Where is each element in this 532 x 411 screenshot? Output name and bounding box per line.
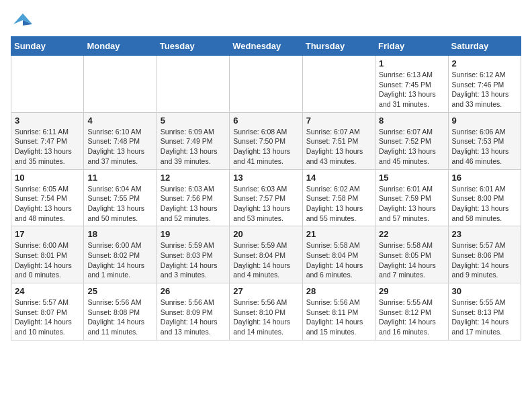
- day-info: Sunrise: 5:58 AM Sunset: 8:04 PM Dayligh…: [306, 240, 371, 280]
- calendar-cell: 5Sunrise: 6:09 AM Sunset: 7:49 PM Daylig…: [157, 112, 229, 169]
- calendar-cell: 4Sunrise: 6:10 AM Sunset: 7:48 PM Daylig…: [84, 112, 157, 169]
- calendar-cell: 10Sunrise: 6:05 AM Sunset: 7:54 PM Dayli…: [11, 169, 84, 226]
- calendar-cell: [157, 56, 229, 113]
- day-number: 16: [452, 173, 517, 183]
- day-number: 20: [233, 229, 298, 239]
- calendar-cell: 21Sunrise: 5:58 AM Sunset: 8:04 PM Dayli…: [302, 226, 375, 283]
- day-number: 21: [306, 229, 371, 239]
- calendar-cell: 22Sunrise: 5:58 AM Sunset: 8:05 PM Dayli…: [375, 226, 448, 283]
- calendar-cell: 13Sunrise: 6:03 AM Sunset: 7:57 PM Dayli…: [230, 169, 302, 226]
- day-info: Sunrise: 6:02 AM Sunset: 7:58 PM Dayligh…: [306, 184, 371, 224]
- day-info: Sunrise: 6:11 AM Sunset: 7:47 PM Dayligh…: [15, 127, 80, 167]
- day-info: Sunrise: 6:03 AM Sunset: 7:57 PM Dayligh…: [233, 184, 298, 224]
- calendar-cell: 19Sunrise: 5:59 AM Sunset: 8:03 PM Dayli…: [157, 226, 229, 283]
- day-number: 12: [161, 173, 226, 183]
- day-info: Sunrise: 6:00 AM Sunset: 8:01 PM Dayligh…: [15, 240, 80, 280]
- day-info: Sunrise: 5:55 AM Sunset: 8:12 PM Dayligh…: [379, 298, 444, 337]
- day-number: 18: [87, 229, 152, 239]
- day-number: 2: [452, 58, 517, 68]
- day-number: 7: [306, 116, 371, 126]
- day-number: 11: [87, 173, 152, 183]
- calendar-cell: 12Sunrise: 6:03 AM Sunset: 7:56 PM Dayli…: [157, 169, 229, 226]
- column-header-tuesday: Tuesday: [157, 37, 229, 56]
- calendar-cell: 6Sunrise: 6:08 AM Sunset: 7:50 PM Daylig…: [230, 112, 302, 169]
- logo: [11, 11, 32, 30]
- day-info: Sunrise: 5:56 AM Sunset: 8:11 PM Dayligh…: [306, 298, 371, 337]
- column-header-wednesday: Wednesday: [230, 37, 302, 56]
- day-number: 25: [87, 286, 152, 296]
- day-number: 1: [379, 58, 444, 68]
- calendar-week-row: 24Sunrise: 5:57 AM Sunset: 8:07 PM Dayli…: [11, 283, 521, 340]
- day-number: 28: [306, 286, 371, 296]
- calendar-cell: [84, 56, 157, 113]
- day-info: Sunrise: 6:08 AM Sunset: 7:50 PM Dayligh…: [233, 127, 298, 167]
- day-info: Sunrise: 5:55 AM Sunset: 8:13 PM Dayligh…: [452, 298, 517, 337]
- day-info: Sunrise: 6:10 AM Sunset: 7:48 PM Dayligh…: [87, 127, 152, 167]
- day-number: 10: [15, 173, 80, 183]
- day-number: 5: [161, 116, 226, 126]
- day-number: 26: [161, 286, 226, 296]
- day-number: 27: [233, 286, 298, 296]
- day-info: Sunrise: 6:13 AM Sunset: 7:45 PM Dayligh…: [379, 70, 444, 109]
- day-info: Sunrise: 6:03 AM Sunset: 7:56 PM Dayligh…: [161, 184, 226, 224]
- day-number: 15: [379, 173, 444, 183]
- column-header-thursday: Thursday: [302, 37, 375, 56]
- calendar-table: SundayMondayTuesdayWednesdayThursdayFrid…: [11, 36, 521, 340]
- calendar-cell: 14Sunrise: 6:02 AM Sunset: 7:58 PM Dayli…: [302, 169, 375, 226]
- calendar-cell: 27Sunrise: 5:56 AM Sunset: 8:10 PM Dayli…: [230, 283, 302, 340]
- page-header: [11, 11, 521, 30]
- calendar-cell: 26Sunrise: 5:56 AM Sunset: 8:09 PM Dayli…: [157, 283, 229, 340]
- day-info: Sunrise: 6:04 AM Sunset: 7:55 PM Dayligh…: [87, 184, 152, 224]
- day-number: 13: [233, 173, 298, 183]
- calendar-cell: 3Sunrise: 6:11 AM Sunset: 7:47 PM Daylig…: [11, 112, 84, 169]
- day-number: 9: [452, 116, 517, 126]
- day-info: Sunrise: 5:59 AM Sunset: 8:03 PM Dayligh…: [161, 240, 226, 280]
- calendar-cell: 25Sunrise: 5:56 AM Sunset: 8:08 PM Dayli…: [84, 283, 157, 340]
- day-number: 17: [15, 229, 80, 239]
- day-number: 19: [161, 229, 226, 239]
- calendar-cell: 7Sunrise: 6:07 AM Sunset: 7:51 PM Daylig…: [302, 112, 375, 169]
- calendar-cell: 15Sunrise: 6:01 AM Sunset: 7:59 PM Dayli…: [375, 169, 448, 226]
- day-info: Sunrise: 6:01 AM Sunset: 7:59 PM Dayligh…: [379, 184, 444, 224]
- day-info: Sunrise: 6:05 AM Sunset: 7:54 PM Dayligh…: [15, 184, 80, 224]
- calendar-cell: 9Sunrise: 6:06 AM Sunset: 7:53 PM Daylig…: [448, 112, 521, 169]
- day-number: 24: [15, 286, 80, 296]
- calendar-cell: 2Sunrise: 6:12 AM Sunset: 7:46 PM Daylig…: [448, 56, 521, 113]
- day-info: Sunrise: 5:56 AM Sunset: 8:09 PM Dayligh…: [161, 298, 226, 337]
- day-info: Sunrise: 6:01 AM Sunset: 8:00 PM Dayligh…: [452, 184, 517, 224]
- column-header-sunday: Sunday: [11, 37, 84, 56]
- day-number: 30: [452, 286, 517, 296]
- column-header-saturday: Saturday: [448, 37, 521, 56]
- column-header-monday: Monday: [84, 37, 157, 56]
- day-info: Sunrise: 5:57 AM Sunset: 8:06 PM Dayligh…: [452, 240, 517, 280]
- day-number: 3: [15, 116, 80, 126]
- day-info: Sunrise: 6:09 AM Sunset: 7:49 PM Dayligh…: [161, 127, 226, 167]
- calendar-cell: 30Sunrise: 5:55 AM Sunset: 8:13 PM Dayli…: [448, 283, 521, 340]
- calendar-week-row: 1Sunrise: 6:13 AM Sunset: 7:45 PM Daylig…: [11, 56, 521, 113]
- column-header-friday: Friday: [375, 37, 448, 56]
- day-info: Sunrise: 5:59 AM Sunset: 8:04 PM Dayligh…: [233, 240, 298, 280]
- calendar-week-row: 17Sunrise: 6:00 AM Sunset: 8:01 PM Dayli…: [11, 226, 521, 283]
- calendar-cell: 28Sunrise: 5:56 AM Sunset: 8:11 PM Dayli…: [302, 283, 375, 340]
- day-number: 23: [452, 229, 517, 239]
- calendar-cell: 23Sunrise: 5:57 AM Sunset: 8:06 PM Dayli…: [448, 226, 521, 283]
- calendar-cell: 24Sunrise: 5:57 AM Sunset: 8:07 PM Dayli…: [11, 283, 84, 340]
- calendar-cell: 17Sunrise: 6:00 AM Sunset: 8:01 PM Dayli…: [11, 226, 84, 283]
- calendar-cell: [230, 56, 302, 113]
- day-number: 4: [87, 116, 152, 126]
- day-number: 6: [233, 116, 298, 126]
- day-number: 22: [379, 229, 444, 239]
- day-number: 29: [379, 286, 444, 296]
- calendar-week-row: 10Sunrise: 6:05 AM Sunset: 7:54 PM Dayli…: [11, 169, 521, 226]
- calendar-header-row: SundayMondayTuesdayWednesdayThursdayFrid…: [11, 37, 521, 56]
- day-info: Sunrise: 6:00 AM Sunset: 8:02 PM Dayligh…: [87, 240, 152, 280]
- day-info: Sunrise: 6:07 AM Sunset: 7:52 PM Dayligh…: [379, 127, 444, 167]
- calendar-cell: [302, 56, 375, 113]
- calendar-cell: 20Sunrise: 5:59 AM Sunset: 8:04 PM Dayli…: [230, 226, 302, 283]
- day-info: Sunrise: 6:06 AM Sunset: 7:53 PM Dayligh…: [452, 127, 517, 167]
- calendar-cell: 1Sunrise: 6:13 AM Sunset: 7:45 PM Daylig…: [375, 56, 448, 113]
- calendar-cell: 29Sunrise: 5:55 AM Sunset: 8:12 PM Dayli…: [375, 283, 448, 340]
- calendar-cell: [11, 56, 84, 113]
- day-info: Sunrise: 6:07 AM Sunset: 7:51 PM Dayligh…: [306, 127, 371, 167]
- day-number: 8: [379, 116, 444, 126]
